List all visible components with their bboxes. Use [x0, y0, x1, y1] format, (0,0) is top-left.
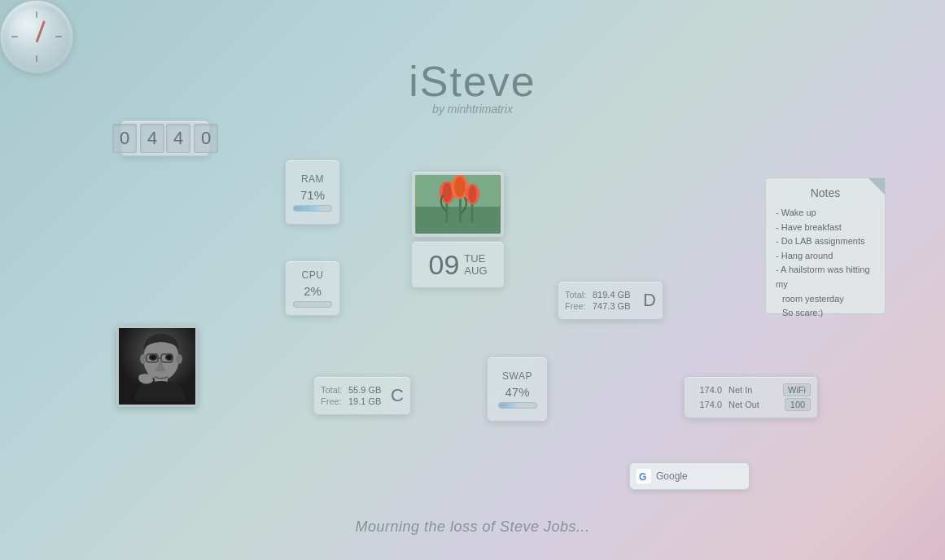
disk-c-total-row: Total: 55.9 GB [321, 385, 381, 395]
google-search-widget[interactable]: G Google [629, 462, 750, 490]
ram-widget: RAM 71% [285, 160, 340, 225]
cpu-label: CPU [302, 269, 324, 281]
date-dow: TUE [464, 252, 485, 265]
notes-line-7: So scare:) [776, 306, 875, 321]
cpu-widget: CPU 2% [285, 260, 340, 316]
app-title-section: iSteve by minhtrimatrix [0, 57, 945, 116]
google-search-text[interactable]: Google [656, 470, 742, 482]
clock-minutes: 4 0 [166, 124, 218, 153]
disk-d-widget: Total: 819.4 GB Free: 747.3 GB D [558, 281, 663, 320]
svg-rect-3 [459, 195, 462, 222]
svg-rect-1 [415, 207, 500, 234]
disk-c-total-value: 55.9 GB [348, 385, 381, 395]
svg-point-6 [443, 183, 453, 202]
jobs-photo-inner [119, 328, 195, 405]
disk-d-info: Total: 819.4 GB Free: 747.3 GB [565, 290, 630, 311]
cpu-progress-container [293, 301, 332, 308]
cpu-value: 2% [304, 284, 322, 298]
notes-line-6: room yesterday [776, 292, 875, 307]
notes-line-5: - A hailstorm was hitting my [776, 263, 875, 291]
jobs-silhouette [119, 328, 198, 407]
disk-d-total-row: Total: 819.4 GB [565, 290, 630, 300]
disk-d-letter: D [643, 290, 656, 311]
wifi-net-in-label: Net In [728, 385, 777, 395]
magnifier-hand [36, 20, 46, 42]
svg-point-16 [176, 354, 182, 364]
date-day: 09 [429, 249, 460, 281]
disk-c-free-value: 19.1 GB [348, 396, 381, 406]
svg-point-19 [151, 356, 155, 359]
wifi-strength-badge: 100 [785, 398, 811, 411]
swap-widget: SWAP 47% [487, 357, 548, 422]
swap-progress-container [498, 402, 537, 409]
jobs-photo [116, 326, 198, 407]
google-icon: G [637, 469, 651, 483]
ram-value: 71% [300, 188, 325, 202]
notes-title: Notes [776, 186, 875, 199]
disk-d-free-label: Free: [565, 301, 588, 311]
google-logo-svg: G [637, 470, 650, 483]
photo-widget [411, 171, 505, 238]
notes-line-1: - Wake up [776, 206, 875, 221]
wifi-title-badge: WiFi [783, 383, 811, 396]
app-title: iSteve [0, 57, 945, 106]
disk-d-free-value: 747.3 GB [593, 301, 630, 311]
swap-progress-fill [499, 403, 517, 408]
notes-line-3: - Do LAB assignments [776, 234, 875, 249]
app-subtitle: by minhtrimatrix [0, 103, 945, 116]
date-right-section: TUE AUG [464, 252, 487, 277]
disk-c-free-row: Free: 19.1 GB [321, 396, 381, 406]
svg-point-8 [454, 177, 466, 197]
disk-d-total-value: 819.4 GB [593, 290, 630, 300]
wifi-net-out-value: 174.0 [691, 400, 722, 409]
footer-text: Mourning the loss of Steve Jobs... [0, 518, 945, 536]
swap-label: SWAP [502, 370, 532, 382]
ram-progress-container [293, 205, 332, 212]
svg-point-20 [168, 356, 171, 359]
magnifier-tick-12 [36, 11, 37, 18]
disk-c-letter: C [391, 385, 404, 406]
notes-corner-fold [868, 178, 885, 195]
notes-content: - Wake up - Have breakfast - Do LAB assi… [776, 206, 875, 321]
wifi-net-in-value: 174.0 [691, 385, 722, 395]
svg-text:G: G [639, 471, 646, 483]
tulip-svg [415, 175, 501, 234]
ram-progress-fill [294, 206, 321, 211]
disk-d-free-row: Free: 747.3 GB [565, 301, 630, 311]
photo-image [415, 175, 501, 234]
clock-hour-ones: 4 [140, 124, 164, 153]
ram-label: RAM [301, 173, 324, 185]
magnifier-inner [8, 8, 65, 65]
clock-widget: 0 4 4 0 [120, 120, 210, 156]
clock-min-tens: 4 [166, 124, 190, 153]
date-month: AUG [464, 265, 487, 277]
date-widget: 09 TUE AUG [411, 241, 505, 288]
disk-c-widget: Total: 55.9 GB Free: 19.1 GB C [313, 376, 411, 415]
wifi-net-out-label: Net Out [728, 400, 778, 409]
swap-value: 47% [505, 385, 529, 399]
disk-c-total-label: Total: [321, 385, 343, 395]
disk-c-free-label: Free: [321, 396, 343, 406]
wifi-net-in-row: 174.0 Net In WiFi [691, 383, 811, 396]
svg-point-10 [469, 186, 477, 203]
magnifier-tick-3 [55, 36, 62, 37]
clock-min-ones: 0 [194, 124, 218, 153]
wifi-widget: 174.0 Net In WiFi 174.0 Net Out 100 [684, 376, 818, 418]
disk-c-info: Total: 55.9 GB Free: 19.1 GB [321, 385, 381, 406]
notes-line-4: - Hang around [776, 249, 875, 264]
svg-point-15 [140, 354, 147, 364]
magnifier-tick-6 [36, 55, 37, 62]
clock-hours: 0 4 [112, 124, 164, 153]
clock-hour-tens: 0 [112, 124, 137, 153]
wifi-net-out-row: 174.0 Net Out 100 [691, 398, 811, 411]
magnifier-tick-9 [11, 36, 18, 37]
notes-widget: Notes - Wake up - Have breakfast - Do LA… [765, 177, 886, 314]
cpu-progress-fill [294, 302, 295, 307]
disk-d-total-label: Total: [565, 290, 588, 300]
notes-line-2: - Have breakfast [776, 221, 875, 235]
